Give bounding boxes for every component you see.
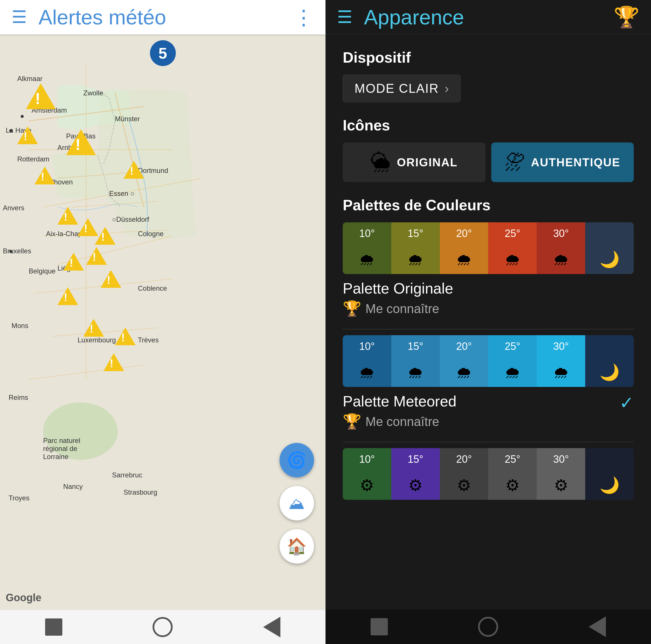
warning-eindhoven[interactable] <box>34 167 55 185</box>
fab-home[interactable]: 🏠 <box>280 529 314 564</box>
temp-met-10: 10° <box>359 341 375 352</box>
icon-met-night: 🌙 <box>599 363 620 382</box>
map-container[interactable]: Alkmaar Zwolle Amsterdam ● Münster La Ha… <box>0 34 326 610</box>
palette-met-night: 🌙 <box>585 335 634 387</box>
map-svg <box>0 34 326 610</box>
temp-orig-10: 10° <box>359 227 375 239</box>
unlock-orig-text: Me connaître <box>366 301 439 316</box>
fab-container: 🌀 ⛰ 🏠 <box>280 443 314 564</box>
right-header: ☰ Apparence 🏆 <box>326 0 651 34</box>
warning-treves[interactable] <box>115 327 135 345</box>
palette-original-unlock: 🏆 Me connaître <box>343 300 634 317</box>
icon-third-20: ⚙ <box>457 476 471 495</box>
palette-orig-30: 30° 🌧 <box>537 222 585 274</box>
palette-third-25: 25° ⚙ <box>488 448 537 500</box>
palette-meteored-unlock: 🏆 Me connaître <box>343 413 634 430</box>
palette-original-info: Palette Originale 🏆 Me connaître <box>343 280 634 317</box>
palette-meteored-name-row: Palette Meteored ✓ <box>343 393 634 413</box>
icon-option-authentic[interactable]: ⛈ AUTHENTIQUE <box>491 142 634 182</box>
right-trophy-icon[interactable]: 🏆 <box>614 5 640 29</box>
warning-center1[interactable] <box>86 247 107 265</box>
nav-circle-right[interactable] <box>478 617 498 637</box>
warning-aix1[interactable] <box>58 207 78 225</box>
left-bottom-nav <box>0 610 326 644</box>
left-panel: ☰ Alertes météo ⋮ <box>0 0 326 644</box>
hurricane-icon: 🌀 <box>287 451 307 470</box>
warning-lux2[interactable] <box>103 353 124 371</box>
palettes-section-label: Palettes de Couleurs <box>343 196 634 214</box>
palette-met-20: 20° 🌧 <box>440 335 488 387</box>
icon-third-10: ⚙ <box>360 476 374 495</box>
palette-met-25: 25° 🌧 <box>488 335 537 387</box>
palette-original-grid: 10° 🌧 15° 🌧 20° 🌧 25° 🌧 30° 🌧 🌙 <box>343 222 634 274</box>
warning-lux1[interactable] <box>83 319 104 336</box>
meteored-checkmark: ✓ <box>619 393 634 413</box>
right-hamburger-icon[interactable]: ☰ <box>337 9 352 26</box>
nav-back-left[interactable] <box>263 617 280 637</box>
warning-dortmund[interactable] <box>124 161 144 179</box>
palette-third-10: 10° ⚙ <box>343 448 391 500</box>
warning-alkmaar[interactable] <box>26 83 56 109</box>
right-panel: ☰ Apparence 🏆 Dispositif MODE CLAIR › Ic… <box>326 0 651 644</box>
palette-met-15: 15° 🌧 <box>391 335 440 387</box>
original-label: ORIGINAL <box>397 156 458 169</box>
palette-orig-20: 20° 🌧 <box>440 222 488 274</box>
warning-lahaye[interactable] <box>17 126 38 144</box>
icon-option-original[interactable]: 🌦 ORIGINAL <box>343 142 486 182</box>
temp-met-30: 30° <box>553 341 569 352</box>
palette-third-grid: 10° ⚙ 15° ⚙ 20° ⚙ 25° ⚙ 30° ⚙ 🌙 <box>343 448 634 500</box>
warning-paysbas[interactable] <box>66 129 96 155</box>
badge-count: 5 <box>150 40 176 66</box>
icon-orig-night: 🌙 <box>599 250 620 269</box>
palette-third-20: 20° ⚙ <box>440 448 488 500</box>
temp-third-25: 25° <box>505 453 520 465</box>
nav-back-right[interactable] <box>589 616 606 637</box>
right-bottom-nav <box>326 610 651 644</box>
fab-hurricane[interactable]: 🌀 <box>280 443 314 477</box>
palette-meteored-grid: 10° 🌧 15° 🌧 20° 🌧 25° 🌧 30° 🌧 🌙 <box>343 335 634 387</box>
left-title: Alertes météo <box>38 5 293 29</box>
icons-row: 🌦 ORIGINAL ⛈ AUTHENTIQUE <box>343 142 634 182</box>
palette-third-night: 🌙 <box>585 448 634 500</box>
palette-meteored-name: Palette Meteored <box>343 393 457 410</box>
fab-mountain[interactable]: ⛰ <box>280 486 314 520</box>
nav-square-left[interactable] <box>45 618 62 636</box>
palette-original-name: Palette Originale <box>343 280 634 297</box>
warning-liege[interactable] <box>63 253 84 270</box>
palette-met-30: 30° 🌧 <box>537 335 585 387</box>
temp-orig-30: 30° <box>553 227 569 239</box>
icon-orig-10: 🌧 <box>359 250 375 269</box>
divider-2 <box>343 442 634 442</box>
svg-point-13 <box>43 402 118 460</box>
right-content: Dispositif MODE CLAIR › Icônes 🌦 ORIGINA… <box>326 34 651 610</box>
warning-cologne[interactable] <box>95 227 116 245</box>
mountain-icon: ⛰ <box>289 494 305 513</box>
warning-belgium[interactable] <box>58 287 78 305</box>
palette-orig-night: 🌙 <box>585 222 634 274</box>
warning-coblence[interactable] <box>100 270 121 288</box>
nav-circle-left[interactable] <box>153 617 173 637</box>
mode-button[interactable]: MODE CLAIR › <box>343 75 461 102</box>
original-weather-icon: 🌦 <box>370 151 391 174</box>
icon-met-10: 🌧 <box>359 363 375 382</box>
hamburger-icon[interactable]: ☰ <box>11 9 27 26</box>
icons-section-label: Icônes <box>343 117 634 134</box>
palette-orig-10: 10° 🌧 <box>343 222 391 274</box>
mode-chevron-icon: › <box>445 81 449 96</box>
icon-orig-20: 🌧 <box>456 250 472 269</box>
authentic-label: AUTHENTIQUE <box>531 156 620 169</box>
nav-square-right[interactable] <box>371 618 388 635</box>
temp-orig-25: 25° <box>505 227 520 239</box>
more-icon[interactable]: ⋮ <box>293 5 314 29</box>
icon-third-30: ⚙ <box>554 476 568 495</box>
icon-met-20: 🌧 <box>456 363 472 382</box>
authentic-weather-icon: ⛈ <box>504 151 525 174</box>
palette-third-15: 15° ⚙ <box>391 448 440 500</box>
temp-met-20: 20° <box>456 341 472 352</box>
mode-button-text: MODE CLAIR <box>354 81 439 96</box>
icon-orig-25: 🌧 <box>504 250 521 269</box>
icon-orig-15: 🌧 <box>407 250 424 269</box>
icon-third-night: 🌙 <box>599 476 620 495</box>
icon-third-15: ⚙ <box>408 476 423 495</box>
home-icon: 🏠 <box>287 537 307 556</box>
